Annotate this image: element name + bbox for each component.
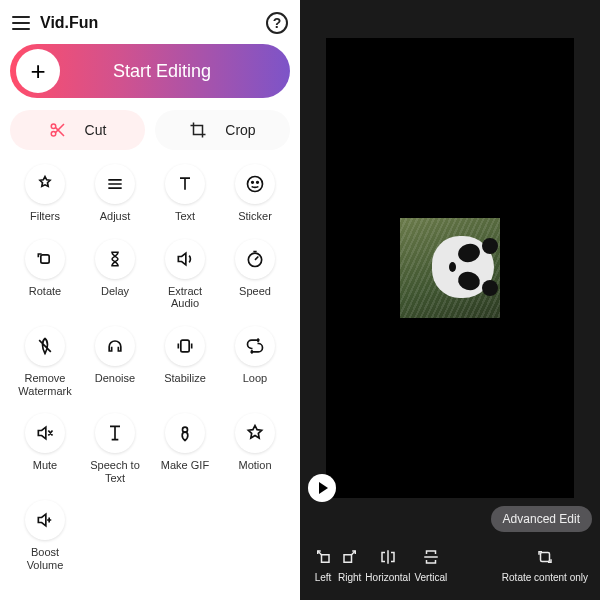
tool-speech-to-text[interactable]: Speech to Text (80, 409, 150, 490)
preview-area (300, 0, 600, 536)
start-editing-button[interactable]: + Start Editing (10, 44, 290, 98)
svg-rect-7 (181, 340, 189, 352)
motion-icon (245, 423, 265, 443)
cut-button[interactable]: Cut (10, 110, 145, 150)
rotate-toolbar: Left Right Horizontal Vertical Rotate co… (300, 536, 600, 600)
app-header: Vid.Fun ? (10, 8, 290, 44)
flip-horizontal-icon (377, 547, 399, 567)
rotate-left-button[interactable]: Left (312, 547, 334, 583)
text-icon (175, 174, 195, 194)
delay-icon (106, 249, 124, 269)
rotate-content-only-button[interactable]: Rotate content only (502, 547, 588, 583)
cut-label: Cut (85, 122, 107, 138)
svg-point-3 (252, 182, 254, 184)
tool-sticker[interactable]: Sticker (220, 160, 290, 229)
svg-point-4 (257, 182, 259, 184)
speed-icon (245, 249, 265, 269)
tool-boost-volume[interactable]: Boost Volume (10, 496, 80, 577)
preview-panel: Advanced Edit Left Right Horizontal Vert… (300, 0, 600, 600)
tool-delay[interactable]: Delay (80, 235, 150, 316)
denoise-icon (105, 336, 125, 356)
quick-actions: Cut Crop (10, 110, 290, 150)
video-frame[interactable] (326, 38, 574, 498)
tool-grid: Filters Adjust Text Sticker Rotate Delay… (10, 160, 290, 592)
tool-rotate[interactable]: Rotate (10, 235, 80, 316)
tool-speed[interactable]: Speed (220, 235, 290, 316)
tool-text[interactable]: Text (150, 160, 220, 229)
tool-make-gif[interactable]: Make GIF (150, 409, 220, 490)
flip-horizontal-button[interactable]: Horizontal (365, 547, 410, 583)
rotate-icon (35, 249, 55, 269)
stabilize-icon (175, 336, 195, 356)
svg-point-6 (248, 253, 261, 266)
start-editing-label: Start Editing (60, 61, 284, 82)
extract-audio-icon (175, 249, 195, 269)
flip-vertical-icon (420, 547, 442, 567)
app-title: Vid.Fun (40, 14, 98, 32)
speech-to-text-icon (105, 423, 125, 443)
help-icon[interactable]: ? (266, 12, 288, 34)
rotate-right-button[interactable]: Right (338, 547, 361, 583)
rotate-content-icon (534, 547, 556, 567)
plus-icon: + (16, 49, 60, 93)
svg-point-2 (248, 177, 263, 192)
rotate-left-icon (312, 547, 334, 567)
svg-rect-5 (41, 254, 49, 262)
play-button[interactable] (308, 474, 336, 502)
tool-adjust[interactable]: Adjust (80, 160, 150, 229)
tool-filters[interactable]: Filters (10, 160, 80, 229)
adjust-icon (105, 174, 125, 194)
tool-remove-watermark[interactable]: Remove Watermark (10, 322, 80, 403)
video-thumbnail (400, 218, 500, 318)
crop-button[interactable]: Crop (155, 110, 290, 150)
left-panel: Vid.Fun ? + Start Editing Cut Crop Filte… (0, 0, 300, 600)
make-gif-icon (175, 423, 195, 443)
sticker-icon (245, 174, 265, 194)
tool-stabilize[interactable]: Stabilize (150, 322, 220, 403)
mute-icon (35, 423, 55, 443)
scissors-icon (49, 121, 67, 139)
tool-mute[interactable]: Mute (10, 409, 80, 490)
remove-watermark-icon (35, 336, 55, 356)
svg-rect-9 (322, 555, 330, 563)
flip-vertical-button[interactable]: Vertical (414, 547, 447, 583)
advanced-edit-button[interactable]: Advanced Edit (491, 506, 592, 532)
tool-denoise[interactable]: Denoise (80, 322, 150, 403)
tool-loop[interactable]: Loop (220, 322, 290, 403)
filters-icon (35, 174, 55, 194)
boost-volume-icon (35, 510, 55, 530)
svg-rect-11 (540, 553, 549, 562)
loop-icon (245, 336, 265, 356)
crop-label: Crop (225, 122, 255, 138)
svg-rect-10 (344, 555, 352, 563)
tool-extract-audio[interactable]: Extract Audio (150, 235, 220, 316)
crop-icon (189, 121, 207, 139)
rotate-right-icon (339, 547, 361, 567)
menu-icon[interactable] (12, 16, 30, 30)
tool-motion[interactable]: Motion (220, 409, 290, 490)
